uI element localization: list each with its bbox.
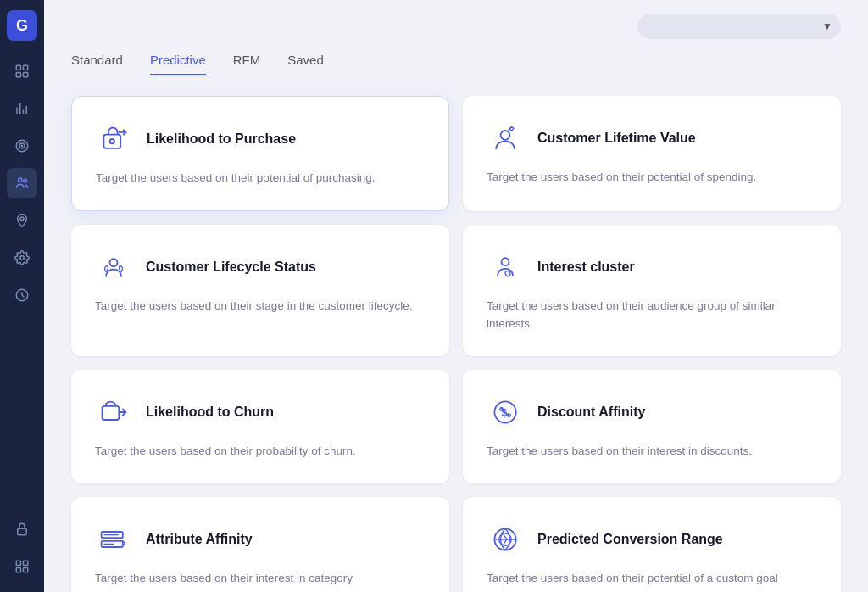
tab-standard[interactable]: Standard [71,53,123,75]
app-logo[interactable]: G [7,10,37,41]
card-desc: Target the users based on their stage in… [95,298,426,315]
card-desc: Target the users based on their interest… [95,570,426,587]
svg-rect-0 [16,65,20,70]
card-title: Interest cluster [537,260,635,275]
home-icon[interactable] [7,56,37,87]
lifetime-icon [487,120,524,157]
content-area: Likelihood to Purchase Target the users … [44,75,868,592]
card-likelihood-to-churn[interactable]: Likelihood to Churn Target the users bas… [71,370,449,483]
interest-icon [487,249,524,286]
svg-rect-16 [18,528,27,535]
tab-saved[interactable]: Saved [287,53,324,75]
card-customer-lifetime-value[interactable]: Customer Lifetime Value Target the users… [463,96,841,211]
card-title: Attribute Affinity [146,532,253,547]
card-desc: Target the users based on their audience… [487,298,817,332]
cards-grid: Likelihood to Purchase Target the users … [71,96,841,592]
svg-rect-2 [16,73,20,77]
header: ▼ [44,0,868,39]
svg-point-11 [19,178,23,182]
svg-point-22 [110,139,114,143]
card-title: Customer Lifetime Value [537,131,696,146]
card-predicted-conversion-range[interactable]: Predicted Conversion Range Target the us… [463,497,841,592]
chevron-down-icon: ▼ [822,20,832,32]
attribute-icon [95,521,132,558]
card-desc: Target the users based on their potentia… [487,570,817,587]
card-title: Customer Lifecycle Status [146,260,316,275]
sidebar: G [0,0,44,592]
card-interest-cluster[interactable]: Interest cluster Target the users based … [463,225,841,356]
svg-rect-17 [16,561,20,565]
svg-rect-20 [24,568,28,572]
svg-point-10 [21,145,23,147]
grid-icon[interactable] [7,551,37,582]
lifecycle-icon [95,249,132,286]
svg-point-13 [20,217,24,221]
svg-point-26 [110,259,118,266]
svg-point-23 [501,131,510,140]
lock-icon[interactable] [7,514,37,545]
header-dropdown[interactable]: ▼ [637,14,841,39]
card-title: Discount Affinity [537,405,645,420]
discount-icon: $ [487,394,524,431]
purchase-icon [96,120,133,158]
target-icon[interactable] [7,131,37,161]
card-desc: Target the users based on their interest… [487,443,817,460]
card-customer-lifecycle-status[interactable]: Customer Lifecycle Status Target the use… [71,225,449,356]
svg-rect-28 [103,406,120,420]
card-discount-affinity[interactable]: $ Discount Affinity Target the users bas… [463,370,841,483]
card-attribute-affinity[interactable]: Attribute Affinity Target the users base… [71,497,449,592]
tab-rfm[interactable]: RFM [233,53,261,75]
card-desc: Target the users based on their probabil… [95,443,426,460]
conversion-icon [487,521,524,558]
card-title: Likelihood to Churn [146,405,274,420]
svg-point-14 [20,256,25,260]
card-likelihood-to-purchase[interactable]: Likelihood to Purchase Target the users … [71,96,449,211]
tab-predictive[interactable]: Predictive [150,53,206,75]
svg-rect-21 [103,135,120,148]
card-title: Likelihood to Purchase [147,131,296,147]
churn-icon [95,394,132,431]
svg-rect-3 [24,73,28,77]
card-desc: Target the users based on their potentia… [96,170,425,187]
card-desc: Target the users based on their potentia… [487,169,817,186]
svg-point-27 [502,258,509,265]
card-title: Predicted Conversion Range [537,532,723,547]
svg-rect-19 [16,568,20,572]
clock-icon[interactable] [7,280,37,310]
svg-point-12 [24,179,27,182]
main-content: ▼ Standard Predictive RFM Saved [44,0,868,592]
tab-bar: Standard Predictive RFM Saved [44,39,868,75]
svg-rect-18 [24,561,28,565]
location-icon[interactable] [7,205,37,236]
chart-icon[interactable] [7,93,37,124]
settings-icon[interactable] [7,243,37,273]
users-icon[interactable] [7,168,37,198]
svg-rect-1 [24,65,28,70]
